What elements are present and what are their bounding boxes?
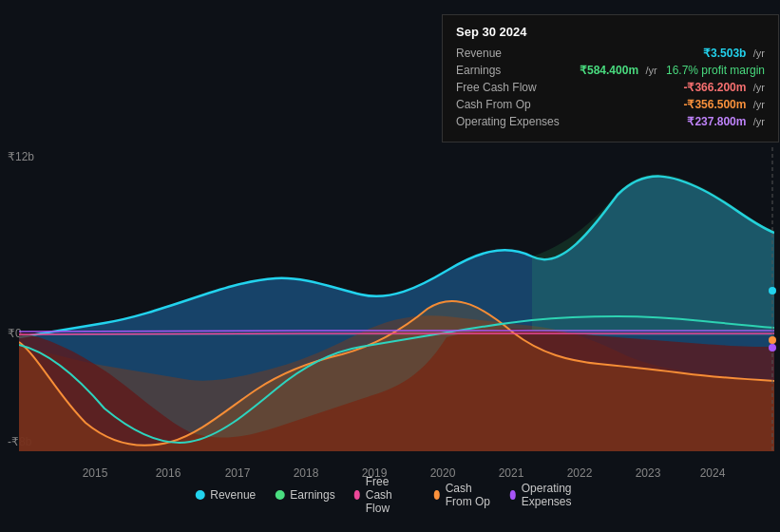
tooltip-box: Sep 30 2024 Revenue ₹3.503b /yr Earnings… — [442, 14, 779, 142]
tooltip-value-opex: ₹237.800m — [687, 115, 746, 128]
profit-margin: 16.7% profit margin — [666, 64, 765, 77]
tooltip-label-fcf: Free Cash Flow — [456, 81, 580, 94]
tooltip-suffix-earnings: /yr — [645, 65, 656, 76]
tooltip-value-revenue: ₹3.503b — [703, 47, 746, 60]
tooltip-label-revenue: Revenue — [456, 47, 580, 60]
tooltip-label-cashop: Cash From Op — [456, 98, 580, 111]
tooltip-value-fcf: -₹366.200m — [683, 81, 746, 94]
x-label-2023: 2023 — [636, 466, 661, 480]
tooltip-row-cashop: Cash From Op -₹356.500m /yr — [456, 98, 765, 111]
tooltip-label-opex: Operating Expenses — [456, 115, 580, 128]
legend-dot-revenue — [195, 490, 204, 500]
x-label-2016: 2016 — [156, 466, 181, 480]
legend-item-opex[interactable]: Operating Expenses — [510, 482, 585, 508]
legend-dot-fcf — [354, 490, 360, 500]
tooltip-row-opex: Operating Expenses ₹237.800m /yr — [456, 115, 765, 128]
legend-dot-cashop — [434, 490, 440, 500]
legend-label-revenue: Revenue — [210, 488, 256, 502]
right-indicator-cashop — [769, 336, 776, 344]
tooltip-value-cashop: -₹356.500m — [683, 98, 746, 111]
legend-item-earnings[interactable]: Earnings — [275, 488, 334, 502]
legend-item-cashop[interactable]: Cash From Op — [434, 482, 491, 508]
legend-item-revenue[interactable]: Revenue — [195, 488, 256, 502]
tooltip-value-earnings: ₹584.400m — [580, 64, 638, 77]
legend-label-fcf: Free Cash Flow — [366, 475, 415, 515]
chart-svg — [19, 147, 774, 451]
tooltip-row-revenue: Revenue ₹3.503b /yr — [456, 47, 765, 60]
chart-container: Sep 30 2024 Revenue ₹3.503b /yr Earnings… — [0, 0, 780, 532]
tooltip-suffix-cashop: /yr — [753, 99, 765, 110]
tooltip-suffix-fcf: /yr — [753, 82, 765, 93]
tooltip-label-earnings: Earnings — [456, 64, 580, 77]
x-label-2015: 2015 — [83, 466, 108, 480]
tooltip-date: Sep 30 2024 — [456, 25, 765, 39]
legend: Revenue Earnings Free Cash Flow Cash Fro… — [195, 475, 585, 515]
right-indicator-revenue — [769, 287, 776, 294]
tooltip-row-fcf: Free Cash Flow -₹366.200m /yr — [456, 81, 765, 94]
right-indicator-opex — [769, 344, 776, 352]
legend-label-earnings: Earnings — [290, 488, 334, 502]
tooltip-row-earnings: Earnings ₹584.400m /yr 16.7% profit marg… — [456, 64, 765, 77]
legend-dot-earnings — [275, 490, 284, 500]
legend-item-fcf[interactable]: Free Cash Flow — [354, 475, 415, 515]
legend-label-cashop: Cash From Op — [446, 482, 491, 508]
tooltip-suffix-revenue: /yr — [753, 48, 765, 59]
legend-label-opex: Operating Expenses — [522, 482, 585, 508]
x-label-2024: 2024 — [700, 466, 726, 480]
legend-dot-opex — [510, 490, 516, 500]
tooltip-suffix-opex: /yr — [753, 116, 765, 127]
